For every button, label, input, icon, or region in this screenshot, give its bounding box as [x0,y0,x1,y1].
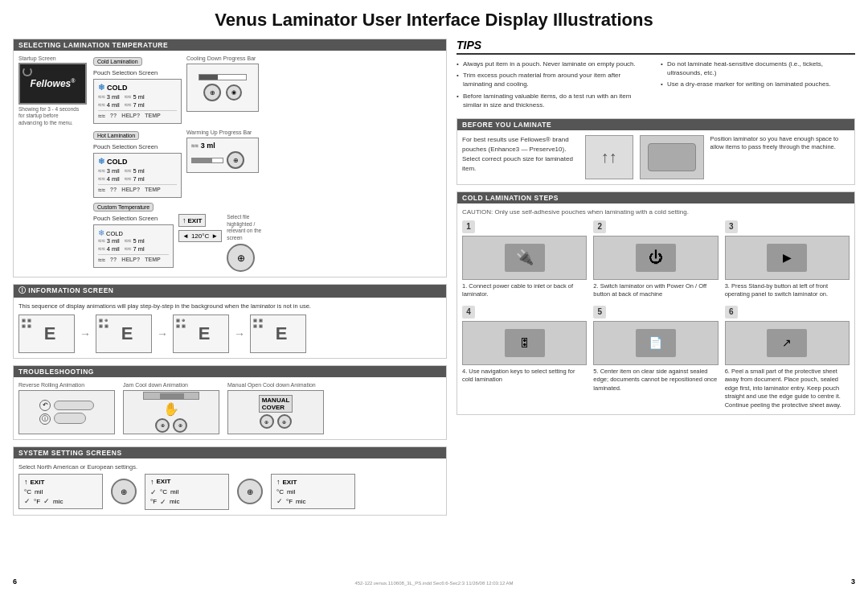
custom-dial: ⊕ [227,244,255,272]
sys-f-3: °F [286,498,293,505]
warming-screen: ≈≈ 3 ml ⊕ [186,138,259,173]
sys-options-3: °C mil ✓ °F mic [276,488,350,505]
trouble-screen-1: ↶ ⓘ [18,390,115,434]
sys-screen-2: ↑ EXIT ✓ °C mil °F [145,474,229,510]
mini-icons-4: ▣▣ ▣▣ [253,318,263,328]
milqq-c: ?? [110,257,117,264]
exit-button[interactable]: ↑ EXIT [178,214,206,227]
cooling-bar-label: Cooling Down Progress Bar [186,56,256,61]
sys-row-f2: °F ✓ mic [150,498,223,506]
step-4: 4 🎛 4. Use navigation keys to select set… [462,306,587,410]
step-desc-4: 4. Use navigation keys to select setting… [462,368,587,384]
info-screens-row: ▣▣ ▣▣ E → ▣⊕ ▣▣ E [18,314,441,353]
sys-exit-1: EXIT [31,479,45,486]
reverse-icon-2: ⓘ [39,413,51,425]
tips-col-right: Do not laminate heat-sensitive documents… [661,60,855,112]
progress-bar [199,74,247,80]
sys-row-c3: °C mil [276,488,350,495]
custom-badge: Custom Temperature [93,203,154,212]
section-before-laminate: BEFORE YOU LAMINATE For best results use… [457,118,855,185]
section-system-setting: SYSTEM SETTING SCREENS Select North Amer… [13,446,447,516]
mil4-hot: 4 mil [107,175,120,183]
sys-dial-1[interactable]: ⊕ [111,479,137,504]
step-2: 2 ⏻ 2. Switch laminator on with Power On… [593,220,718,299]
step-img-shape-3: ▶ [767,244,807,272]
sys-arrow-3: ↑ [276,478,280,486]
warming-bar: ⊕ [191,151,254,169]
hot-pouch-screen: ❄ COLD ≈≈3 mil ≈≈5 ml ≈≈4 mi [93,153,182,198]
startup-label: Startup Screen [18,56,56,61]
hot-badge: Hot Lamination [93,131,139,140]
step-num-3: 3 [725,220,738,233]
sys-exit-3: EXIT [283,479,297,486]
snowflake-custom: ❄ [98,228,104,237]
step-desc-2: 2. Switch laminator on with Power On / O… [593,282,718,299]
jam-bar [143,392,199,400]
help-text: HELP? [121,113,140,120]
info-e-1: E [44,323,56,344]
step-img-2: ⏻ [593,236,718,280]
cold-title-text: COLD [107,84,128,92]
section-header-trouble: TROUBLESHOOTING [14,366,446,377]
wave1: ≈≈ [98,93,105,101]
milqq: ?? [110,113,117,120]
sys-arrow-2: ↑ [150,478,154,486]
sys-celsius-1: °C [24,488,31,495]
temp-hot: TEMP [145,187,160,194]
bar-fill [192,158,212,162]
mil7: 7 ml [133,101,144,109]
arrow-right-ctrl: ► [211,232,218,240]
mil3: 3 mil [107,93,120,101]
right-column: TIPS Always put item in a pouch. Never l… [457,39,855,571]
mil4-c: 4 mil [107,245,120,253]
sys-exit-row-3: ↑ EXIT [276,478,350,486]
sys-row-c1: °C mil [24,488,97,495]
hot-lam-col: Hot Lamination Pouch Selection Screen ❄ … [93,130,441,198]
info-desc: This sequence of display animations will… [18,302,324,311]
manual-content: MANUALCOVER ⊕ ⊕ [259,395,293,429]
step-img-4: 🎛 [462,321,587,365]
trouble-manual: Manual Open Cool down Animation MANUALCO… [227,382,324,434]
step-desc-5: 5. Center item on clear side against sea… [593,368,718,393]
custom-right: Select file highlighted / relevant on th… [227,201,271,272]
wave16: ≈≈ [98,257,105,264]
section-header-system: SYSTEM SETTING SCREENS [14,447,446,458]
page-title: Venus Laminator User Interface Display I… [13,10,855,31]
tip-2: Trim excess pouch material from around y… [457,71,651,88]
warming-bar-label: Warming Up Progress Bar [186,130,252,135]
mini-icons-1: ▣▣ ▣▣ [22,318,31,328]
machine-image [640,135,704,179]
custom-pouch-screen: ❄ COLD ≈≈3 mil ≈≈5 ml ≈≈4 mi [93,224,174,268]
mil5-c: 5 ml [133,237,144,245]
wave11: ≈≈ [191,142,199,150]
sys-mil-2: mil [170,488,178,495]
sys-mic-2: mic [170,498,179,505]
footer-code: 452-122.venus.110608_3L_PS.indd Sec6:6-S… [354,581,513,586]
fellowes-logo: Fellowes® [31,78,76,89]
help-c: HELP? [121,257,140,264]
sys-dial-2[interactable]: ⊕ [237,479,263,504]
step-num-6: 6 [725,306,738,319]
temp-text: TEMP [145,113,160,120]
select-note: Select file highlighted / relevant on th… [227,214,271,241]
info-e-2: E [121,323,133,344]
wave14: ≈≈ [98,245,105,253]
sys-mil-1: mil [35,488,43,495]
trouble-screen-3: MANUALCOVER ⊕ ⊕ [227,390,324,434]
cold-custom: COLD [106,230,123,237]
pouch-label-cold: Pouch Selection Screen [93,69,182,76]
trouble-label-1: Reverse Rolling Animation [18,382,84,388]
temp-control[interactable]: ◄ 120°C ► [178,230,222,242]
step-num-5: 5 [593,306,606,319]
manual-dial-2: ⊕ [277,414,292,429]
arrow-right-3: → [234,327,245,340]
roller-1 [54,401,94,410]
system-screens-row: ↑ EXIT °C mil ✓ °F [18,474,441,510]
jam-dial-1: ⊕ [155,418,170,433]
page-num-left: 6 [13,578,17,586]
cooling-screen: ⊕ ◉ [186,64,259,112]
check-mil1: ✓ [43,497,50,505]
info-screen-4: ▣▣ ▣▣ E [250,314,306,353]
hot-badge-col: Hot Lamination Pouch Selection Screen ❄ … [93,130,182,198]
trouble-icons-1: ↶ ⓘ [39,400,51,425]
